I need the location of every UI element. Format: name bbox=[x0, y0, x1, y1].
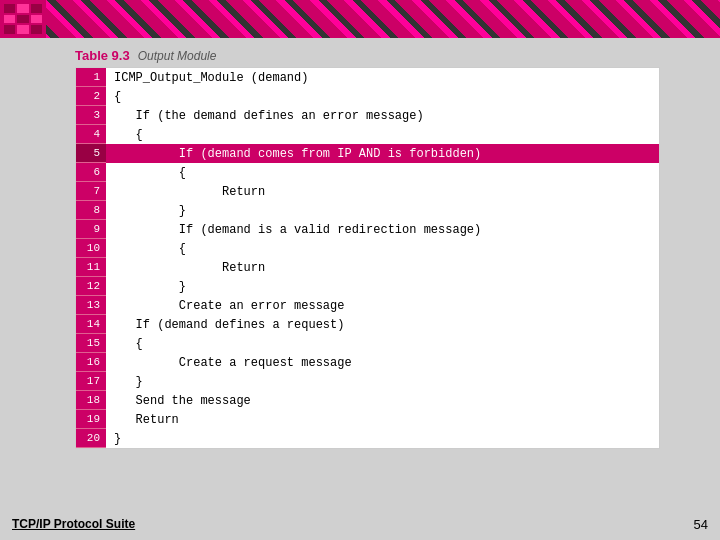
logo-cell bbox=[4, 25, 15, 34]
line-number: 7 bbox=[76, 182, 106, 201]
code-line-text: If (demand comes from IP AND is forbidde… bbox=[106, 144, 659, 163]
logo-cell bbox=[17, 15, 28, 24]
line-number: 14 bbox=[76, 315, 106, 334]
line-number: 13 bbox=[76, 296, 106, 315]
code-line-text: } bbox=[106, 277, 659, 296]
code-row: 13 Create an error message bbox=[76, 296, 659, 315]
code-row: 18 Send the message bbox=[76, 391, 659, 410]
code-line-text: Create a request message bbox=[106, 353, 659, 372]
logo-cell bbox=[31, 4, 42, 13]
code-row: 2{ bbox=[76, 87, 659, 106]
line-number: 8 bbox=[76, 201, 106, 220]
code-line-text: If (demand is a valid redirection messag… bbox=[106, 220, 659, 239]
code-row: 14 If (demand defines a request) bbox=[76, 315, 659, 334]
table-caption: Table 9.3 Output Module bbox=[75, 48, 660, 63]
code-row: 16 Create a request message bbox=[76, 353, 659, 372]
code-row: 1ICMP_Output_Module (demand) bbox=[76, 68, 659, 87]
code-line-text: { bbox=[106, 87, 659, 106]
line-number: 11 bbox=[76, 258, 106, 277]
line-number: 4 bbox=[76, 125, 106, 144]
logo-cell bbox=[31, 15, 42, 24]
code-line-text: ICMP_Output_Module (demand) bbox=[106, 68, 659, 87]
logo-cell bbox=[31, 25, 42, 34]
code-row: 17 } bbox=[76, 372, 659, 391]
line-number: 9 bbox=[76, 220, 106, 239]
code-row: 8 } bbox=[76, 201, 659, 220]
footer: TCP/IP Protocol Suite 54 bbox=[0, 517, 720, 532]
line-number: 5 bbox=[76, 144, 106, 163]
logo bbox=[0, 0, 46, 38]
line-number: 6 bbox=[76, 163, 106, 182]
page-number: 54 bbox=[694, 517, 708, 532]
code-row: 11 Return bbox=[76, 258, 659, 277]
code-line-text: { bbox=[106, 163, 659, 182]
code-row: 9 If (demand is a valid redirection mess… bbox=[76, 220, 659, 239]
main-content: Table 9.3 Output Module 1ICMP_Output_Mod… bbox=[0, 38, 720, 459]
code-line-text: { bbox=[106, 239, 659, 258]
code-line-text: } bbox=[106, 429, 659, 448]
logo-cell bbox=[17, 4, 28, 13]
code-row: 6 { bbox=[76, 163, 659, 182]
line-number: 16 bbox=[76, 353, 106, 372]
line-number: 1 bbox=[76, 68, 106, 87]
table-subtitle: Output Module bbox=[138, 49, 217, 63]
code-row: 15 { bbox=[76, 334, 659, 353]
line-number: 19 bbox=[76, 410, 106, 429]
code-line-text: Return bbox=[106, 258, 659, 277]
logo-cell bbox=[4, 15, 15, 24]
code-line-text: If (demand defines a request) bbox=[106, 315, 659, 334]
logo-cell bbox=[4, 4, 15, 13]
code-line-text: Return bbox=[106, 182, 659, 201]
line-number: 3 bbox=[76, 106, 106, 125]
code-line-text: Return bbox=[106, 410, 659, 429]
code-row: 12 } bbox=[76, 277, 659, 296]
table-number: Table 9.3 bbox=[75, 48, 130, 63]
code-line-text: If (the demand defines an error message) bbox=[106, 106, 659, 125]
code-row: 7 Return bbox=[76, 182, 659, 201]
line-number: 20 bbox=[76, 429, 106, 448]
code-line-text: { bbox=[106, 125, 659, 144]
code-row: 20} bbox=[76, 429, 659, 448]
line-number: 10 bbox=[76, 239, 106, 258]
line-number: 12 bbox=[76, 277, 106, 296]
code-row: 3 If (the demand defines an error messag… bbox=[76, 106, 659, 125]
code-row: 5 If (demand comes from IP AND is forbid… bbox=[76, 144, 659, 163]
code-row: 19 Return bbox=[76, 410, 659, 429]
code-row: 10 { bbox=[76, 239, 659, 258]
code-line-text: { bbox=[106, 334, 659, 353]
code-line-text: } bbox=[106, 372, 659, 391]
footer-title: TCP/IP Protocol Suite bbox=[12, 517, 135, 532]
top-bar bbox=[0, 0, 720, 38]
line-number: 18 bbox=[76, 391, 106, 410]
code-line-text: } bbox=[106, 201, 659, 220]
code-row: 4 { bbox=[76, 125, 659, 144]
code-line-text: Create an error message bbox=[106, 296, 659, 315]
line-number: 15 bbox=[76, 334, 106, 353]
line-number: 2 bbox=[76, 87, 106, 106]
line-number: 17 bbox=[76, 372, 106, 391]
logo-cell bbox=[17, 25, 28, 34]
code-container: 1ICMP_Output_Module (demand)2{3 If (the … bbox=[75, 67, 660, 449]
code-line-text: Send the message bbox=[106, 391, 659, 410]
